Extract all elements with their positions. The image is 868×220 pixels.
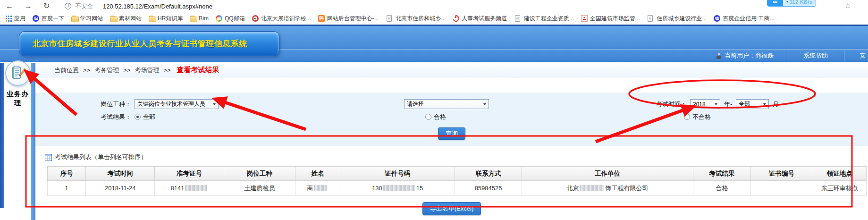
download-speed-badge[interactable]: ∞ ▾ 112 KB/s [767,0,816,7]
bookmark-baidu-search[interactable]: 百度一下 [33,15,64,23]
id-suffix: 15 [416,185,423,192]
url-text[interactable]: 120.52.185.12/Exam/Default.aspx#none [103,3,212,10]
bookmark-bim[interactable]: Bim [190,15,209,22]
exam-year-value: 2018 [693,101,706,108]
radio-result-fail[interactable]: 不合格 [684,113,711,121]
col-result[interactable]: 考试结果 [693,167,750,181]
col-job-type[interactable]: 岗位工种 [224,167,295,181]
col-name[interactable]: 姓名 [295,167,340,181]
col-company[interactable]: 工作单位 [522,167,693,181]
address-bar[interactable]: i 不安全 120.52.185.12/Exam/Default.aspx#no… [65,2,212,10]
forward-icon[interactable]: → [25,2,32,10]
bookmark-enterprise-qual[interactable]: 建设工程企业资质... [514,15,574,23]
cell-name: 商 [295,181,340,196]
breadcrumb-step: 考场管理 [135,66,159,75]
filter-row-1: 岗位工种： 关键岗位专业技术管理人员 请选择 考试时间： [35,98,868,110]
radio-label: 不合格 [692,113,711,121]
year-unit-label: 年- [724,100,732,109]
folder-icon [71,15,78,22]
web-page: 北京市住房城乡建设行业从业人员考务与证书管理信息系统 当前用户： 商福磊 系统帮… [0,25,868,220]
school-badge-icon [252,15,259,22]
speed-readout: ▾ 112 KB/s [783,0,816,6]
col-pickup-location[interactable]: 领证地点 [813,167,866,181]
bookmark-qq-mail[interactable]: QQ邮箱 [216,15,245,23]
redacted-mosaic [580,185,604,191]
bookmark-label: QQ邮箱 [225,15,245,23]
bookmark-label: 北京大展培训学校... [261,15,311,23]
bookmark-baidu-credit[interactable]: 百度企业信用 工商... [714,15,774,23]
recruit-badge-icon: 聘 [318,15,325,22]
speed-value: 112 KB/s [790,0,812,5]
cell-result: 合格 [693,181,750,196]
breadcrumb-separator: >> [163,67,170,74]
id-prefix: 130 [372,185,382,192]
company-prefix: 北京 [566,185,579,192]
radio-checked-icon[interactable] [135,114,141,120]
col-exam-date[interactable]: 考试时间 [86,167,155,181]
redacted-mosaic [185,185,207,191]
bookmark-apps[interactable]: 应用 [6,15,25,23]
system-help-link[interactable]: 系统帮助 [787,51,844,60]
baidu-icon [714,15,720,22]
exam-year-select[interactable]: 2018 [690,99,720,109]
dropdown-arrow-icon [213,103,216,105]
reload-icon[interactable]: ↻ [43,2,50,10]
bookmark-star-icon[interactable]: ☆ [845,1,851,10]
bookmark-study-sites[interactable]: 学习网站 [71,15,103,23]
col-contact[interactable]: 联系方式 [455,167,522,181]
market-supervision-icon [581,15,588,22]
bookmark-exam-channel[interactable]: 人事考试服务频道 [453,15,507,23]
search-button[interactable]: 查询 [438,127,465,140]
col-seq[interactable]: 序号 [48,167,86,181]
sidebar-item-business[interactable]: 业务办理 [4,90,31,108]
col-id-number[interactable]: 证件号码 [340,167,455,181]
exam-time-label: 考试时间： [656,100,687,109]
radio-result-all[interactable]: 全部 [135,113,155,121]
job-type-field: 岗位工种： 关键岗位专业技术管理人员 [35,99,302,109]
cell-pickup-location: 东三环审核点 [813,181,866,196]
export-excel-button[interactable]: 导出名单(Excel) [422,202,481,215]
export-button-row: 导出名单(Excel) [35,202,868,215]
result-pass-cell: 合格 [302,113,552,121]
apps-grid-icon [6,16,12,22]
radio-result-pass[interactable]: 合格 [425,113,446,121]
system-title: 北京市住房城乡建设行业从业人员考务与证书管理信息系统 [33,38,247,49]
cell-id-number: 13015 [340,181,455,196]
bookmark-hr-knowledge[interactable]: HR知识库 [149,15,183,23]
breadcrumb-separator: >> [83,67,90,74]
address-divider [98,3,98,9]
bookmark-housing-industry[interactable]: 住房城乡建设行业... [647,15,707,23]
bookmark-material-sites[interactable]: 素材网站 [110,15,142,23]
page-icon [648,15,653,22]
current-user: 当前用户： 商福磊 [716,51,774,60]
bookmark-dazhan-school[interactable]: 北京大展培训学校... [252,15,311,23]
col-ticket-no[interactable]: 准考证号 [155,167,224,181]
search-button-row: 查询 [35,127,868,140]
logout-link[interactable]: 安 [844,51,868,60]
bookmark-market-supervision[interactable]: 全国建筑市场监管... [581,15,640,23]
download-caret-icon: ▾ [786,0,788,4]
infinity-icon: ∞ [767,0,783,6]
category-select[interactable]: 请选择 [404,99,489,109]
radio-unchecked-icon[interactable] [684,114,690,120]
breadcrumb-step: 当前位置 [54,66,79,75]
browser-toolbar: ← → ↻ i 不安全 120.52.185.12/Exam/Default.a… [0,0,868,12]
bookmark-bj-housing[interactable]: 北京市住房和城乡... [386,15,446,23]
system-header: 北京市住房城乡建设行业从业人员考务与证书管理信息系统 当前用户： 商福磊 系统帮… [0,25,868,62]
result-filter-field: 考试结果： 全部 [35,113,302,121]
back-icon[interactable]: ← [6,2,13,10]
info-icon[interactable]: i [65,3,71,9]
col-cert-no[interactable]: 证书编号 [750,167,813,181]
bookmark-site-admin[interactable]: 聘网站后台管理中心-... [318,15,379,23]
cell-company: 北京饰工程有限公司 [522,181,693,196]
current-user-name: 商福磊 [755,51,774,60]
category-field: 请选择 [302,99,552,109]
radio-unchecked-icon[interactable] [425,114,431,120]
bookmark-label: HR知识库 [158,15,183,23]
job-type-select[interactable]: 关键岗位专业技术管理人员 [135,99,219,109]
page-icon [387,15,392,22]
business-menu-button[interactable] [5,60,31,86]
qq-mail-icon [216,15,222,22]
exam-month-select[interactable]: 全部 [736,99,769,109]
cell-exam-date: 2018-11-24 [86,181,155,196]
